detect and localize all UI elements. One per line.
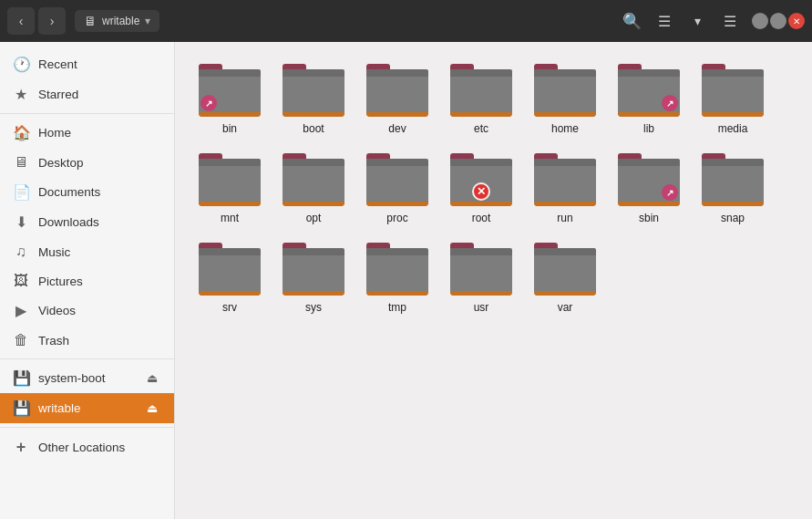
folder-name: tmp	[388, 301, 406, 314]
trash-icon: 🗑	[13, 332, 29, 348]
sidebar-item-label: Recent	[38, 57, 77, 71]
file-grid: ↗binbootdevetchome↗libmediamntoptproc✕ro…	[190, 57, 797, 321]
recent-icon: 🕐	[13, 56, 29, 73]
folder-icon	[534, 64, 596, 117]
location-dropdown-icon[interactable]: ▾	[145, 15, 150, 27]
other-locations-icon: +	[13, 438, 29, 457]
sidebar-item-writable[interactable]: 💾 writable ⏏	[0, 393, 174, 423]
folder-icon	[450, 243, 512, 296]
back-button[interactable]: ‹	[7, 7, 35, 35]
folder-item-mnt[interactable]: mnt	[190, 146, 270, 232]
sidebar-item-pictures[interactable]: 🖼 Pictures	[0, 266, 174, 296]
shortcut-badge: ↗	[662, 95, 678, 111]
folder-name: sbin	[639, 212, 659, 224]
sidebar-item-downloads[interactable]: ⬇ Downloads	[0, 207, 174, 237]
folder-item-usr[interactable]: usr	[441, 235, 521, 321]
location-icon: 🖥	[84, 14, 97, 28]
sidebar-item-label: Music	[38, 245, 70, 259]
forward-button[interactable]: ›	[38, 7, 66, 35]
location-bar[interactable]: 🖥 writable ▾	[75, 10, 159, 32]
folder-item-opt[interactable]: opt	[273, 146, 354, 232]
folder-icon	[366, 243, 428, 296]
folder-icon	[283, 153, 344, 206]
folder-item-snap[interactable]: snap	[693, 146, 773, 232]
folder-icon	[366, 64, 428, 117]
sidebar-item-videos[interactable]: ▶ Videos	[0, 296, 174, 326]
sidebar-item-label: writable	[38, 401, 81, 415]
folder-name: home	[551, 122, 579, 135]
location-name: writable	[102, 15, 139, 27]
folder-item-run[interactable]: run	[525, 146, 605, 232]
sidebar-item-label: Downloads	[38, 215, 99, 229]
folder-name: boot	[303, 122, 324, 135]
folder-icon	[702, 153, 764, 206]
folder-item-home[interactable]: home	[525, 57, 605, 142]
minimize-button[interactable]	[752, 13, 768, 29]
folder-item-sbin[interactable]: ↗sbin	[609, 146, 689, 232]
folder-icon	[199, 243, 261, 296]
sidebar-item-documents[interactable]: 📄 Documents	[0, 177, 174, 207]
folder-name: var	[558, 301, 573, 314]
sidebar-item-label: system-boot	[38, 371, 106, 385]
main-layout: 🕐 Recent ★ Starred 🏠 Home 🖥 Desktop 📄 Do…	[0, 42, 812, 519]
list-view-button[interactable]: ☰	[650, 6, 679, 36]
sidebar-item-system-boot[interactable]: 💾 system-boot ⏏	[0, 363, 174, 393]
sidebar-item-other-locations[interactable]: + Other Locations	[0, 431, 174, 463]
sidebar-item-home[interactable]: 🏠 Home	[0, 118, 174, 148]
folder-icon: ↗	[199, 64, 261, 117]
folder-name: media	[718, 122, 748, 135]
sidebar-item-label: Documents	[38, 185, 100, 199]
folder-item-lib[interactable]: ↗lib	[609, 57, 689, 142]
documents-icon: 📄	[13, 183, 29, 201]
sidebar-item-trash[interactable]: 🗑 Trash	[0, 326, 174, 355]
error-badge: ✕	[472, 182, 490, 201]
folder-icon	[702, 64, 764, 117]
folder-icon	[283, 243, 344, 296]
maximize-button[interactable]	[770, 13, 786, 29]
folder-name: usr	[474, 301, 489, 314]
folder-icon: ✕	[450, 153, 512, 206]
sidebar-item-label: Trash	[38, 334, 69, 348]
sidebar-item-recent[interactable]: 🕐 Recent	[0, 49, 174, 79]
folder-item-var[interactable]: var	[525, 235, 605, 321]
folder-item-srv[interactable]: srv	[190, 235, 270, 321]
folder-item-media[interactable]: media	[693, 57, 773, 142]
folder-item-root[interactable]: ✕root	[441, 146, 521, 232]
sidebar-item-label: Videos	[38, 304, 76, 317]
folder-icon	[199, 153, 261, 206]
drive-icon: 💾	[13, 400, 29, 417]
videos-icon: ▶	[13, 302, 29, 319]
folder-item-proc[interactable]: proc	[357, 146, 437, 232]
close-button[interactable]	[788, 13, 805, 29]
folder-icon: ↗	[618, 64, 680, 117]
eject-writable-button[interactable]: ⏏	[143, 400, 161, 417]
view-options-button[interactable]: ▾	[683, 6, 712, 36]
folder-name: lib	[643, 122, 654, 135]
starred-icon: ★	[13, 86, 29, 103]
folder-name: root	[472, 212, 491, 224]
search-button[interactable]: 🔍	[617, 6, 646, 36]
folder-icon	[450, 64, 512, 117]
drive-icon: 💾	[13, 369, 29, 387]
folder-item-tmp[interactable]: tmp	[357, 235, 437, 321]
eject-system-boot-button[interactable]: ⏏	[143, 369, 161, 387]
folder-name: run	[557, 212, 572, 224]
folder-icon	[366, 153, 428, 206]
folder-item-boot[interactable]: boot	[273, 57, 354, 142]
folder-item-etc[interactable]: etc	[441, 57, 521, 142]
shortcut-badge: ↗	[200, 95, 217, 111]
sidebar-item-label: Home	[38, 126, 71, 140]
folder-item-dev[interactable]: dev	[357, 57, 437, 142]
home-icon: 🏠	[13, 124, 29, 141]
folder-name: bin	[222, 122, 237, 135]
sidebar-item-desktop[interactable]: 🖥 Desktop	[0, 148, 174, 177]
folder-name: opt	[306, 212, 322, 224]
folder-item-bin[interactable]: ↗bin	[190, 57, 270, 142]
sidebar-item-music[interactable]: ♫ Music	[0, 237, 174, 266]
menu-button[interactable]: ☰	[715, 6, 745, 36]
sidebar-item-starred[interactable]: ★ Starred	[0, 79, 174, 109]
sidebar-item-label: Desktop	[38, 156, 84, 170]
folder-item-sys[interactable]: sys	[273, 235, 354, 321]
shortcut-badge: ↗	[662, 184, 678, 201]
folder-name: mnt	[221, 212, 239, 224]
